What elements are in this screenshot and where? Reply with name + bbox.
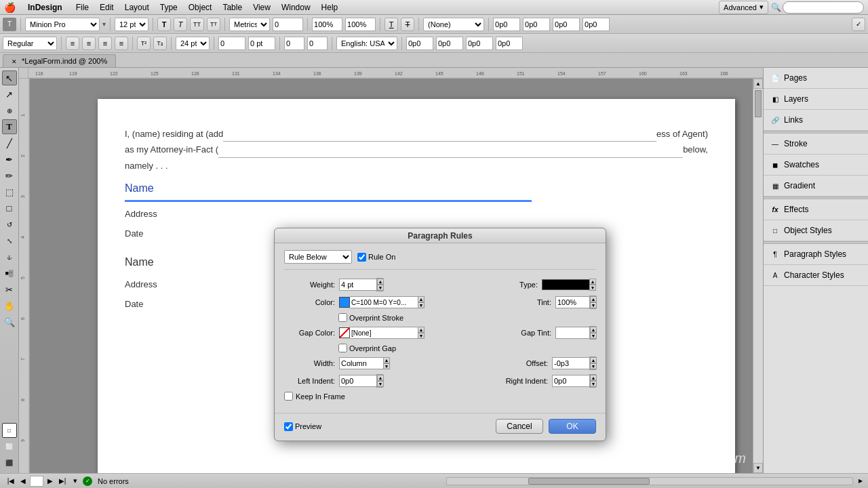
tracking-input[interactable] bbox=[273, 18, 303, 31]
tool-zoom[interactable]: 🔍 bbox=[2, 314, 17, 329]
width-down-btn[interactable]: ▼ bbox=[383, 363, 390, 369]
preview-mode-btn[interactable]: ⬛ bbox=[2, 455, 17, 470]
base-shift-input[interactable] bbox=[406, 37, 433, 50]
preflight-icon[interactable]: ✓ bbox=[83, 476, 92, 486]
tab-legalform[interactable]: ✕ *LegalForm.indd @ 200% bbox=[3, 54, 116, 67]
bold-btn[interactable]: T bbox=[157, 18, 171, 31]
drop-cap-lines[interactable] bbox=[284, 37, 304, 50]
right-indent-down-btn[interactable]: ▼ bbox=[590, 381, 597, 387]
color-input[interactable] bbox=[350, 296, 418, 308]
advanced-dropdown[interactable]: Advanced ▾ bbox=[719, 1, 768, 14]
tool-pencil[interactable]: ✏ bbox=[2, 168, 17, 183]
align-left-btn[interactable]: ≡ bbox=[66, 37, 79, 50]
last-page-btn[interactable]: ▶| bbox=[57, 476, 68, 487]
tool-scissors[interactable]: ✂ bbox=[2, 282, 17, 297]
page-number-input[interactable]: 1 bbox=[30, 476, 43, 487]
tint-down-btn[interactable]: ▼ bbox=[590, 302, 597, 308]
scroll-up-btn[interactable]: ▲ bbox=[753, 79, 763, 89]
field4[interactable] bbox=[583, 18, 610, 31]
gap-tint-down-btn[interactable]: ▼ bbox=[590, 333, 597, 339]
drop-cap-chars[interactable] bbox=[307, 37, 328, 50]
scroll-right-btn[interactable]: ▶ bbox=[859, 478, 863, 484]
right-indent-input[interactable] bbox=[552, 375, 589, 387]
panel-item-gradient[interactable]: ▦ Gradient bbox=[764, 176, 868, 197]
tint-up-btn[interactable]: ▲ bbox=[590, 296, 597, 302]
tool-gradient[interactable]: ■▒ bbox=[2, 266, 17, 281]
scroll-down-btn[interactable]: ▼ bbox=[753, 463, 763, 473]
tool-rect[interactable]: □ bbox=[2, 201, 17, 216]
font-family-select[interactable]: Minion Pro bbox=[25, 18, 100, 31]
weight-down-btn[interactable]: ▼ bbox=[377, 285, 384, 291]
tool-rect-frame[interactable]: ⬚ bbox=[2, 184, 17, 199]
leading-select[interactable]: 24 pt bbox=[176, 37, 210, 50]
scroll-thumb[interactable] bbox=[755, 90, 762, 117]
prev-page-btn[interactable]: ◀ bbox=[18, 476, 28, 487]
fill-swatch[interactable]: □ bbox=[2, 423, 17, 438]
tool-gap[interactable]: ⊕ bbox=[2, 103, 17, 118]
menu-layout[interactable]: Layout bbox=[119, 1, 155, 14]
ok-button[interactable]: OK bbox=[549, 419, 596, 434]
menu-view[interactable]: View bbox=[248, 1, 276, 14]
offset-up-btn[interactable]: ▲ bbox=[590, 357, 597, 363]
offset-down-btn[interactable]: ▼ bbox=[590, 363, 597, 369]
field2[interactable] bbox=[523, 18, 550, 31]
panel-item-effects[interactable]: fx Effects bbox=[764, 199, 868, 220]
lang-select[interactable]: (None) bbox=[423, 18, 484, 31]
panel-item-layers[interactable]: ◧ Layers bbox=[764, 89, 868, 110]
spell-lang-select[interactable]: English: USA bbox=[336, 37, 397, 50]
tool-rotate[interactable]: ↺ bbox=[2, 217, 17, 232]
allcaps-btn[interactable]: TT bbox=[190, 18, 204, 31]
left-indent-down-btn[interactable]: ▼ bbox=[377, 381, 384, 387]
field1[interactable] bbox=[493, 18, 520, 31]
cancel-button[interactable]: Cancel bbox=[496, 419, 543, 434]
normal-mode-btn[interactable]: ⬜ bbox=[2, 439, 17, 454]
panel-item-stroke[interactable]: — Stroke bbox=[764, 134, 868, 155]
page-nav-icon[interactable]: ▾ bbox=[73, 476, 77, 485]
next-page-btn[interactable]: ▶ bbox=[45, 476, 56, 487]
strikethrough-btn[interactable]: T bbox=[401, 18, 414, 31]
horiz-scale-input[interactable] bbox=[312, 18, 342, 31]
tool-shear[interactable]: ⫝ bbox=[2, 249, 17, 264]
tint-input[interactable] bbox=[555, 296, 589, 308]
subscript-btn[interactable]: T₂ bbox=[153, 37, 167, 50]
gap-color-up-btn[interactable]: ▲ bbox=[418, 327, 425, 333]
menu-indesign[interactable]: InDesign bbox=[22, 1, 68, 14]
apple-menu[interactable]: 🍎 bbox=[4, 2, 16, 13]
font-size-select[interactable]: 12 pt bbox=[115, 18, 149, 31]
gap-color-input[interactable] bbox=[350, 327, 418, 339]
weight-up-btn[interactable]: ▲ bbox=[377, 279, 384, 285]
panel-item-pages[interactable]: 📄 Pages bbox=[764, 68, 868, 89]
style-select[interactable]: Regular bbox=[3, 37, 57, 50]
menu-type[interactable]: Type bbox=[155, 1, 183, 14]
left-indent-input[interactable] bbox=[339, 375, 376, 387]
panel-item-swatches[interactable]: ◼ Swatches bbox=[764, 155, 868, 176]
word-space-input[interactable] bbox=[436, 37, 463, 50]
keep-in-frame-checkbox[interactable] bbox=[284, 392, 293, 401]
preview-checkbox[interactable] bbox=[284, 422, 293, 431]
gap-tint-up-btn[interactable]: ▲ bbox=[590, 327, 597, 333]
italic-btn[interactable]: T bbox=[174, 18, 187, 31]
superscript-btn[interactable]: T² bbox=[137, 37, 151, 50]
type-down-btn[interactable]: ▼ bbox=[589, 285, 596, 291]
overprint-gap-checkbox[interactable] bbox=[338, 344, 347, 352]
width-input[interactable] bbox=[339, 357, 383, 369]
type-up-btn[interactable]: ▲ bbox=[589, 279, 596, 285]
tool-direct-select[interactable]: ↗ bbox=[2, 87, 17, 102]
align-right-btn[interactable]: ≡ bbox=[98, 37, 112, 50]
first-page-btn[interactable]: |◀ bbox=[5, 476, 16, 487]
tool-scale[interactable]: ⤡ bbox=[2, 233, 17, 248]
weight-input[interactable] bbox=[339, 279, 376, 291]
menu-object[interactable]: Object bbox=[183, 1, 218, 14]
left-indent-up-btn[interactable]: ▲ bbox=[377, 375, 384, 381]
panel-item-links[interactable]: 🔗 Links bbox=[764, 110, 868, 131]
tool-line[interactable]: ╱ bbox=[2, 136, 17, 150]
panel-item-paragraph-styles[interactable]: ¶ Paragraph Styles bbox=[764, 244, 868, 265]
spell-btn[interactable]: ✓ bbox=[852, 18, 865, 31]
offset-input[interactable] bbox=[552, 357, 589, 369]
right-indent-up-btn[interactable]: ▲ bbox=[590, 375, 597, 381]
glyph-scale-input[interactable] bbox=[496, 37, 523, 50]
color-down-btn[interactable]: ▼ bbox=[418, 302, 425, 308]
menu-window[interactable]: Window bbox=[276, 1, 316, 14]
align-center-btn[interactable]: ≡ bbox=[82, 37, 96, 50]
tool-hand[interactable]: ✋ bbox=[2, 298, 17, 313]
